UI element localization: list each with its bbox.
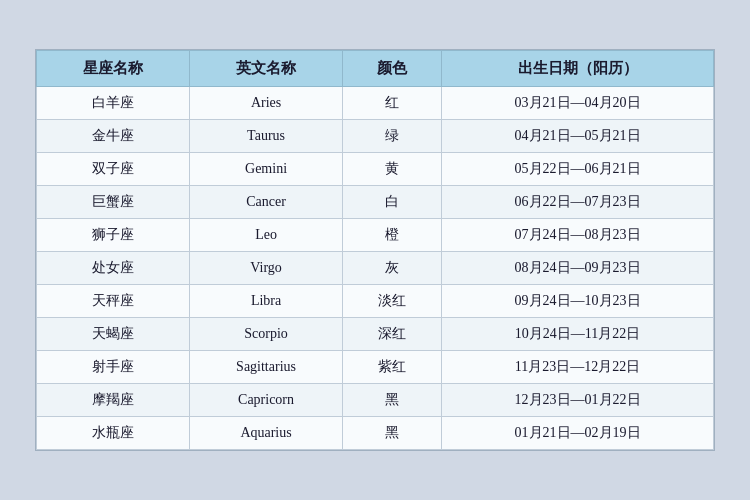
table-row: 天秤座Libra淡红09月24日—10月23日 bbox=[37, 285, 714, 318]
cell-dates: 05月22日—06月21日 bbox=[442, 153, 714, 186]
cell-dates: 01月21日—02月19日 bbox=[442, 417, 714, 450]
cell-chinese: 天秤座 bbox=[37, 285, 190, 318]
table-row: 摩羯座Capricorn黑12月23日—01月22日 bbox=[37, 384, 714, 417]
cell-english: Taurus bbox=[190, 120, 343, 153]
cell-color: 橙 bbox=[343, 219, 442, 252]
cell-dates: 10月24日—11月22日 bbox=[442, 318, 714, 351]
cell-dates: 08月24日—09月23日 bbox=[442, 252, 714, 285]
cell-color: 深红 bbox=[343, 318, 442, 351]
zodiac-table: 星座名称 英文名称 颜色 出生日期（阳历） 白羊座Aries红03月21日—04… bbox=[36, 50, 714, 450]
cell-english: Aries bbox=[190, 87, 343, 120]
col-header-english: 英文名称 bbox=[190, 51, 343, 87]
cell-dates: 12月23日—01月22日 bbox=[442, 384, 714, 417]
cell-color: 白 bbox=[343, 186, 442, 219]
cell-color: 黑 bbox=[343, 417, 442, 450]
col-header-dates: 出生日期（阳历） bbox=[442, 51, 714, 87]
cell-chinese: 金牛座 bbox=[37, 120, 190, 153]
table-row: 狮子座Leo橙07月24日—08月23日 bbox=[37, 219, 714, 252]
cell-chinese: 狮子座 bbox=[37, 219, 190, 252]
cell-color: 红 bbox=[343, 87, 442, 120]
cell-english: Leo bbox=[190, 219, 343, 252]
cell-dates: 06月22日—07月23日 bbox=[442, 186, 714, 219]
table-header-row: 星座名称 英文名称 颜色 出生日期（阳历） bbox=[37, 51, 714, 87]
table-row: 射手座Sagittarius紫红11月23日—12月22日 bbox=[37, 351, 714, 384]
zodiac-table-container: 星座名称 英文名称 颜色 出生日期（阳历） 白羊座Aries红03月21日—04… bbox=[35, 49, 715, 451]
cell-english: Aquarius bbox=[190, 417, 343, 450]
table-row: 金牛座Taurus绿04月21日—05月21日 bbox=[37, 120, 714, 153]
cell-english: Sagittarius bbox=[190, 351, 343, 384]
cell-color: 绿 bbox=[343, 120, 442, 153]
cell-chinese: 摩羯座 bbox=[37, 384, 190, 417]
table-body: 白羊座Aries红03月21日—04月20日金牛座Taurus绿04月21日—0… bbox=[37, 87, 714, 450]
col-header-chinese: 星座名称 bbox=[37, 51, 190, 87]
table-row: 水瓶座Aquarius黑01月21日—02月19日 bbox=[37, 417, 714, 450]
cell-color: 灰 bbox=[343, 252, 442, 285]
cell-chinese: 处女座 bbox=[37, 252, 190, 285]
cell-english: Capricorn bbox=[190, 384, 343, 417]
table-row: 白羊座Aries红03月21日—04月20日 bbox=[37, 87, 714, 120]
cell-chinese: 水瓶座 bbox=[37, 417, 190, 450]
cell-chinese: 双子座 bbox=[37, 153, 190, 186]
table-row: 巨蟹座Cancer白06月22日—07月23日 bbox=[37, 186, 714, 219]
cell-color: 紫红 bbox=[343, 351, 442, 384]
cell-color: 黑 bbox=[343, 384, 442, 417]
cell-english: Gemini bbox=[190, 153, 343, 186]
cell-color: 淡红 bbox=[343, 285, 442, 318]
cell-chinese: 射手座 bbox=[37, 351, 190, 384]
table-row: 处女座Virgo灰08月24日—09月23日 bbox=[37, 252, 714, 285]
cell-chinese: 天蝎座 bbox=[37, 318, 190, 351]
cell-color: 黄 bbox=[343, 153, 442, 186]
table-row: 天蝎座Scorpio深红10月24日—11月22日 bbox=[37, 318, 714, 351]
col-header-color: 颜色 bbox=[343, 51, 442, 87]
cell-dates: 11月23日—12月22日 bbox=[442, 351, 714, 384]
cell-english: Scorpio bbox=[190, 318, 343, 351]
cell-english: Libra bbox=[190, 285, 343, 318]
cell-english: Virgo bbox=[190, 252, 343, 285]
cell-dates: 07月24日—08月23日 bbox=[442, 219, 714, 252]
table-row: 双子座Gemini黄05月22日—06月21日 bbox=[37, 153, 714, 186]
cell-dates: 09月24日—10月23日 bbox=[442, 285, 714, 318]
cell-dates: 03月21日—04月20日 bbox=[442, 87, 714, 120]
cell-chinese: 白羊座 bbox=[37, 87, 190, 120]
cell-english: Cancer bbox=[190, 186, 343, 219]
cell-chinese: 巨蟹座 bbox=[37, 186, 190, 219]
cell-dates: 04月21日—05月21日 bbox=[442, 120, 714, 153]
